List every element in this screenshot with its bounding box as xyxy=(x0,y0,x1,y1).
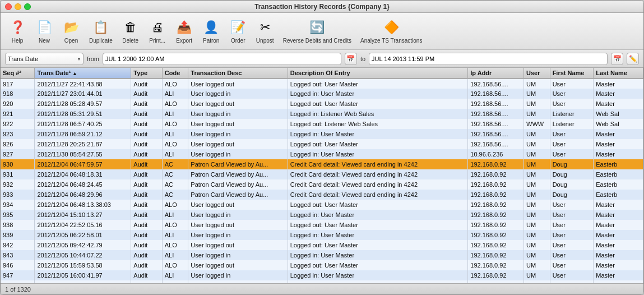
window-controls[interactable] xyxy=(5,3,31,10)
analyze-button-label: Analyze TS Transactions xyxy=(360,38,422,44)
cell-type: Audit xyxy=(131,109,162,119)
table-row[interactable]: 9462012/12/05 15:59:53.58AuditALOUser lo… xyxy=(1,260,643,270)
export-button[interactable]: 📤Export xyxy=(172,16,197,46)
cell-code: AC xyxy=(162,169,188,179)
col-header-code[interactable]: Code xyxy=(162,68,188,79)
cell-user: UM xyxy=(524,89,550,99)
cell-seq: 918 xyxy=(1,89,35,99)
col-header-first[interactable]: First Name xyxy=(550,68,594,79)
filter-field-select[interactable]: Trans Date xyxy=(5,53,84,65)
patron-button[interactable]: 👤Patron xyxy=(199,16,224,46)
cell-date: 2012/12/05 09:42:42.79 xyxy=(35,240,131,250)
cell-first: User xyxy=(550,210,594,220)
minimize-button[interactable] xyxy=(15,3,21,10)
cell-seq: 923 xyxy=(1,129,35,139)
from-label: from xyxy=(87,56,99,62)
cell-last: Master xyxy=(594,280,643,283)
cell-first: Listener xyxy=(550,119,594,129)
cell-txdesc: User logged in xyxy=(188,270,288,280)
cell-user: UM xyxy=(524,109,550,119)
cell-first: User xyxy=(550,200,594,210)
cell-user: UM xyxy=(524,240,550,250)
table-row[interactable]: 9392012/12/05 06:22:58.01AuditALIUser lo… xyxy=(1,230,643,240)
table-row[interactable]: 9202012/11/28 05:28:49.57AuditALOUser lo… xyxy=(1,99,643,109)
cell-first: User xyxy=(550,260,594,270)
cell-ip: 192.168.56.... xyxy=(468,119,524,129)
table-row[interactable]: 9432012/12/05 10:44:07.22AuditALIUser lo… xyxy=(1,250,643,260)
table-row[interactable]: 9212012/11/28 05:31:29.51AuditALIUser lo… xyxy=(1,109,643,119)
filter-edit-button[interactable]: ✏️ xyxy=(627,53,639,65)
to-calendar-button[interactable]: 📅 xyxy=(611,53,623,65)
cell-txdesc: User logged out xyxy=(188,139,288,149)
help-icon: ❓ xyxy=(8,19,26,36)
close-button[interactable] xyxy=(5,3,12,10)
cell-user: UM xyxy=(524,280,550,283)
open-button-label: Open xyxy=(64,38,78,44)
table-row[interactable]: 9422012/12/05 09:42:42.79AuditALOUser lo… xyxy=(1,240,643,250)
order-button[interactable]: 📝Order xyxy=(226,16,251,46)
col-header-seq[interactable]: Seq #² xyxy=(1,68,35,79)
cell-ip: 192.168.0.92 xyxy=(468,280,524,283)
table-row[interactable]: 9172012/11/27 22:41:43.88AuditALOUser lo… xyxy=(1,79,643,89)
table-row[interactable]: 9302012/12/04 06:47:59.57AuditACPatron C… xyxy=(1,159,643,169)
from-calendar-button[interactable]: 📅 xyxy=(345,53,357,65)
table-row[interactable]: 9312012/12/04 06:48:18.31AuditACPatron C… xyxy=(1,169,643,179)
table-row[interactable]: 9262012/11/28 20:25:21.87AuditALOUser lo… xyxy=(1,139,643,149)
cell-entry: Logged out: User Master xyxy=(288,220,468,230)
cell-user: UM xyxy=(524,129,550,139)
cell-ip: 10.96.6.236 xyxy=(468,149,524,159)
maximize-button[interactable] xyxy=(24,3,31,10)
table-row[interactable]: 9492012/12/05 16:20:14.43AuditALOUser lo… xyxy=(1,280,643,283)
cell-type: Audit xyxy=(131,99,162,109)
cell-entry: Logged out: Listener Web Sales xyxy=(288,119,468,129)
analyze-button[interactable]: 🔶Analyze TS Transactions xyxy=(357,16,425,46)
table-row[interactable]: 9322012/12/04 06:48:24.45AuditACPatron C… xyxy=(1,179,643,190)
cell-entry: Logged in: User Master xyxy=(288,210,468,220)
unpost-button[interactable]: ✂Unpost xyxy=(253,16,277,46)
cell-seq: 933 xyxy=(1,190,35,200)
cell-seq: 942 xyxy=(1,240,35,250)
table-row[interactable]: 9232012/11/28 06:59:21.12AuditALIUser lo… xyxy=(1,129,643,139)
col-header-ip[interactable]: Ip Addr xyxy=(468,68,524,79)
cell-last: Master xyxy=(594,240,643,250)
to-input[interactable] xyxy=(369,53,608,65)
col-header-date[interactable]: Trans Date¹ ▲ xyxy=(35,68,131,79)
cell-ip: 192.168.0.92 xyxy=(468,270,524,280)
cell-txdesc: User logged in xyxy=(188,129,288,139)
table-container[interactable]: Seq #²Trans Date¹ ▲TypeCodeTransaction D… xyxy=(1,68,643,283)
help-button[interactable]: ❓Help xyxy=(5,16,30,46)
table-row[interactable]: 9332012/12/04 06:48:29.96AuditACPatron C… xyxy=(1,190,643,200)
delete-button[interactable]: 🗑Delete xyxy=(118,16,143,46)
cell-entry: Logged out: User Master xyxy=(288,260,468,270)
cell-first: Doug xyxy=(550,169,594,179)
cell-date: 2012/11/28 20:25:21.87 xyxy=(35,139,131,149)
cell-date: 2012/11/27 23:01:44.01 xyxy=(35,89,131,99)
duplicate-button[interactable]: 📋Duplicate xyxy=(86,16,116,46)
cell-first: User xyxy=(550,149,594,159)
cell-txdesc: User logged out xyxy=(188,79,288,89)
cell-type: Audit xyxy=(131,190,162,200)
table-row[interactable]: 9222012/11/28 06:57:40.25AuditALOUser lo… xyxy=(1,119,643,129)
cell-first: User xyxy=(550,270,594,280)
reverse-button[interactable]: 🔄Reverse Debits and Credits xyxy=(280,16,355,46)
col-header-txdesc[interactable]: Transaction Desc xyxy=(188,68,288,79)
table-row[interactable]: 9182012/11/27 23:01:44.01AuditALIUser lo… xyxy=(1,89,643,99)
cell-entry: Credit Card detail: Viewed card ending i… xyxy=(288,190,468,200)
cell-first: Doug xyxy=(550,179,594,190)
table-row[interactable]: 9342012/12/04 06:48:13.38:03AuditALOUser… xyxy=(1,200,643,210)
cell-seq: 947 xyxy=(1,270,35,280)
table-row[interactable]: 9272012/11/30 05:54:27.55AuditALIUser lo… xyxy=(1,149,643,159)
table-row[interactable]: 9472012/12/05 16:00:41.97AuditALIUser lo… xyxy=(1,270,643,280)
delete-icon: 🗑 xyxy=(122,19,140,36)
col-header-user[interactable]: User xyxy=(524,68,550,79)
col-header-last[interactable]: Last Name xyxy=(594,68,643,79)
col-header-entry[interactable]: Description Of Entry xyxy=(288,68,468,79)
print-button[interactable]: 🖨Print... xyxy=(145,16,170,46)
table-row[interactable]: 9352012/12/04 15:10:13.27AuditALIUser lo… xyxy=(1,210,643,220)
table-row[interactable]: 9382012/12/04 22:52:05.16AuditALOUser lo… xyxy=(1,220,643,230)
new-button[interactable]: 📄New xyxy=(32,16,57,46)
col-header-type[interactable]: Type xyxy=(131,68,162,79)
from-input[interactable] xyxy=(103,53,341,65)
open-button[interactable]: 📂Open xyxy=(59,16,84,46)
filter-field-wrapper[interactable]: Trans Date xyxy=(5,53,84,65)
